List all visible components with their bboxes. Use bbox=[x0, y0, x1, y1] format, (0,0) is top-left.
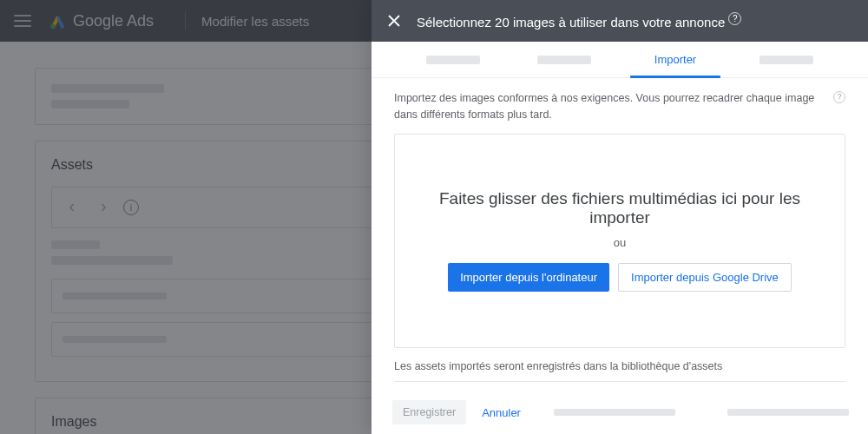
tab-placeholder[interactable] bbox=[509, 42, 620, 77]
intro-text: Importez des images conformes à nos exig… bbox=[394, 90, 845, 123]
cancel-button[interactable]: Annuler bbox=[482, 406, 521, 419]
info-icon[interactable]: i bbox=[123, 200, 139, 215]
help-icon[interactable]: ? bbox=[728, 12, 741, 25]
save-button[interactable]: Enregistrer bbox=[392, 400, 466, 424]
close-icon[interactable] bbox=[384, 10, 404, 31]
tab-placeholder[interactable] bbox=[398, 42, 509, 77]
dropzone-or: ou bbox=[614, 236, 626, 249]
menu-icon[interactable] bbox=[14, 15, 31, 27]
product-name: Google Ads bbox=[73, 12, 154, 30]
library-note: Les assets importés seront enregistrés d… bbox=[394, 360, 845, 372]
import-drive-button[interactable]: Importer depuis Google Drive bbox=[618, 263, 792, 292]
header-section: Modifier les assets bbox=[201, 14, 309, 29]
tab-placeholder[interactable] bbox=[731, 42, 842, 77]
divider bbox=[394, 381, 845, 382]
help-icon[interactable]: ? bbox=[833, 91, 845, 103]
ads-logo-icon bbox=[49, 11, 68, 30]
chevron-right-icon[interactable] bbox=[92, 196, 115, 219]
tab-import[interactable]: Importer bbox=[620, 42, 731, 77]
svg-point-0 bbox=[50, 24, 56, 29]
modal-title: Sélectionnez 20 images à utiliser dans v… bbox=[417, 12, 856, 30]
chevron-left-icon[interactable] bbox=[61, 196, 83, 219]
modal-tabs: Importer bbox=[372, 42, 868, 78]
image-picker-modal: Sélectionnez 20 images à utiliser dans v… bbox=[372, 0, 868, 434]
import-computer-button[interactable]: Importer depuis l'ordinateur bbox=[448, 263, 609, 292]
modal-header: Sélectionnez 20 images à utiliser dans v… bbox=[372, 0, 868, 42]
modal-footer: Enregistrer Annuler bbox=[372, 391, 868, 434]
product-logo: Google Ads bbox=[49, 11, 154, 30]
footer-placeholder bbox=[554, 409, 849, 416]
header-divider bbox=[185, 11, 186, 30]
dropzone-title: Faites glisser des fichiers multimédias … bbox=[412, 189, 827, 227]
dropzone[interactable]: Faites glisser des fichiers multimédias … bbox=[394, 134, 845, 349]
